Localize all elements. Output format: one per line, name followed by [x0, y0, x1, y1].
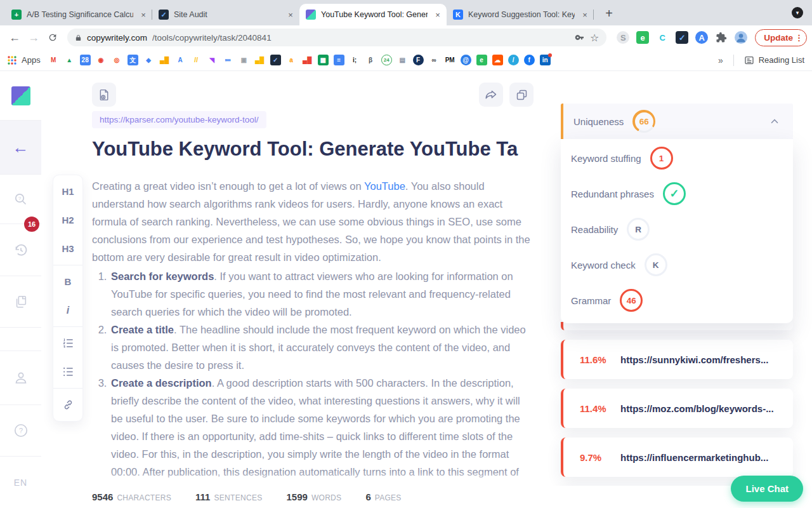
ordered-list-button[interactable]: [53, 329, 82, 358]
favicon-segments[interactable]: ≔: [223, 55, 233, 65]
favicon-google-docs[interactable]: ≡: [334, 55, 344, 65]
heading2-button[interactable]: H2: [53, 206, 82, 234]
tab-close-icon[interactable]: ×: [138, 10, 148, 20]
tab-keyword-suggestion[interactable]: K Keyword Suggestion Tool: Key ×: [447, 4, 594, 25]
extension-evernote[interactable]: e: [636, 31, 649, 44]
tab-close-icon[interactable]: ×: [580, 10, 590, 20]
heading3-button[interactable]: H3: [53, 234, 82, 263]
document-body[interactable]: Creating a great video isn’t enough to g…: [92, 177, 534, 481]
link-button[interactable]: [53, 391, 82, 419]
favicon-bag[interactable]: ▣: [239, 55, 249, 65]
favicon-google-ads[interactable]: A: [175, 55, 186, 65]
favicon-chart-orange[interactable]: ▄█: [254, 55, 265, 65]
favicon-evernote[interactable]: e: [476, 55, 487, 65]
favicon-facebook[interactable]: f: [524, 55, 535, 65]
match-url[interactable]: https://influencermarketinghub...: [620, 452, 768, 463]
favicon-target[interactable]: ◎: [112, 55, 122, 65]
document-title[interactable]: YouTube Keyword Tool: Generate YouTube T…: [92, 138, 536, 161]
check-redundant-phrases[interactable]: Redundant phrases ✓: [561, 176, 793, 211]
url-bar[interactable]: copywritely.com/tools/copywritely/task/2…: [67, 29, 606, 46]
live-chat-button[interactable]: Live Chat: [731, 476, 803, 502]
source-url-chip[interactable]: https://kparser.com/youtube-keyword-tool…: [92, 111, 266, 128]
favicon-gmail[interactable]: M: [48, 55, 59, 65]
extension-checker[interactable]: ✓: [676, 31, 688, 44]
key-icon[interactable]: [575, 32, 585, 43]
extension-session[interactable]: S: [617, 31, 629, 44]
similar-url-card[interactable]: 11.4% https://moz.com/blog/keywords-...: [561, 389, 793, 428]
favicon-open24[interactable]: 24: [381, 55, 392, 65]
bookmarks-overflow-icon[interactable]: »: [718, 55, 723, 65]
profile-avatar[interactable]: [735, 31, 747, 44]
favicon-check-navy[interactable]: ✓: [270, 55, 281, 65]
favicon-bars-red[interactable]: ▄█: [302, 55, 313, 65]
reload-button[interactable]: [43, 28, 62, 47]
favicon-i-semicolon[interactable]: i;: [350, 55, 360, 65]
favicon-funnel[interactable]: ◥: [207, 55, 218, 65]
list-item-lead: Search for keywords: [111, 271, 214, 282]
similar-url-card[interactable]: 11.6% https://sunnykiwi.com/freshers...: [561, 340, 793, 379]
favicon-amazon[interactable]: a: [286, 55, 297, 65]
favicon-brush[interactable]: /: [508, 55, 519, 65]
tab-site-audit[interactable]: ✓ Site Audit ×: [152, 4, 299, 25]
favicon-google-sheets[interactable]: ▦: [318, 55, 329, 65]
favicon-beta[interactable]: β: [365, 55, 376, 65]
apps-grid-icon[interactable]: [8, 56, 16, 65]
favicon-notes[interactable]: ▤: [397, 55, 408, 65]
bookmark-star-icon[interactable]: ☆: [590, 32, 599, 44]
copywritely-logo[interactable]: [0, 71, 41, 121]
favicon-google-calendar[interactable]: 28: [80, 55, 91, 65]
favicon-pm[interactable]: PM: [445, 55, 455, 65]
favicon-infinity[interactable]: ∞: [429, 55, 440, 65]
favicon-google-drive[interactable]: ▲: [64, 55, 75, 65]
language-switcher[interactable]: EN: [0, 457, 41, 508]
match-url[interactable]: https://sunnykiwi.com/freshers...: [620, 354, 768, 365]
tab-ab-testing[interactable]: + A/B Testing Significance Calcul ×: [5, 4, 152, 25]
favicon-soundcloud[interactable]: ☁: [492, 55, 503, 65]
history-button[interactable]: 16: [0, 224, 41, 276]
extension-wordcount[interactable]: A: [695, 31, 708, 44]
check-grammar[interactable]: Grammar 46: [561, 283, 793, 318]
back-navigation-button[interactable]: ←: [0, 121, 41, 175]
similar-url-card[interactable]: 9.7% https://influencermarketinghub...: [561, 438, 793, 477]
tab-close-icon[interactable]: ×: [285, 10, 296, 20]
puzzle-extensions-icon[interactable]: [715, 31, 728, 44]
share-button[interactable]: [479, 83, 503, 107]
new-tab-button[interactable]: +: [600, 4, 618, 22]
favicon-f-circle[interactable]: F: [413, 55, 424, 65]
favicon-diamond[interactable]: ◆: [143, 55, 154, 65]
heading1-button[interactable]: H1: [53, 177, 82, 206]
tab-favicon: K: [453, 10, 463, 20]
back-button[interactable]: ←: [5, 28, 24, 47]
tab-search-menu-icon[interactable]: ▾: [792, 7, 803, 18]
favicon-google-translate[interactable]: 文: [128, 55, 138, 65]
uniqueness-header[interactable]: Uniqueness 66: [561, 104, 793, 139]
reading-list-button[interactable]: Reading List: [744, 55, 804, 65]
tab-close-icon[interactable]: ×: [433, 10, 443, 20]
documents-button[interactable]: [0, 276, 41, 328]
chevron-up-icon[interactable]: [769, 116, 780, 127]
favicon-linkedin[interactable]: in: [540, 55, 551, 65]
tab-title: YouTube Keyword Tool: Genera: [321, 10, 428, 19]
favicon-pencils[interactable]: //: [191, 55, 202, 65]
favicon-google-analytics[interactable]: ▄█: [159, 55, 170, 65]
chrome-update-button[interactable]: Update ⋮: [755, 29, 807, 46]
forward-button[interactable]: →: [24, 28, 43, 47]
stat-label: CHARACTERS: [117, 493, 171, 502]
help-button[interactable]: ?: [0, 405, 41, 457]
check-readability[interactable]: Readability R: [561, 211, 793, 247]
new-document-button[interactable]: [92, 83, 116, 107]
favicon-google-maps[interactable]: ◉: [96, 55, 107, 65]
favicon-quora[interactable]: @: [461, 55, 471, 65]
apps-label[interactable]: Apps: [22, 55, 41, 65]
check-keyword-stuffing[interactable]: Keyword stuffing 1: [561, 140, 793, 176]
bullet-list-button[interactable]: [53, 358, 82, 386]
extension-colorzilla[interactable]: C: [656, 31, 669, 44]
italic-button[interactable]: i: [53, 296, 82, 324]
duplicate-button[interactable]: [509, 83, 534, 107]
bold-button[interactable]: B: [53, 267, 82, 296]
match-url[interactable]: https://moz.com/blog/keywords-...: [620, 403, 774, 414]
youtube-link[interactable]: YouTube: [364, 180, 405, 192]
check-keyword-check[interactable]: Keyword check K: [561, 247, 793, 283]
account-button[interactable]: [0, 351, 41, 405]
tab-youtube-keyword-tool[interactable]: YouTube Keyword Tool: Genera ×: [299, 4, 447, 25]
